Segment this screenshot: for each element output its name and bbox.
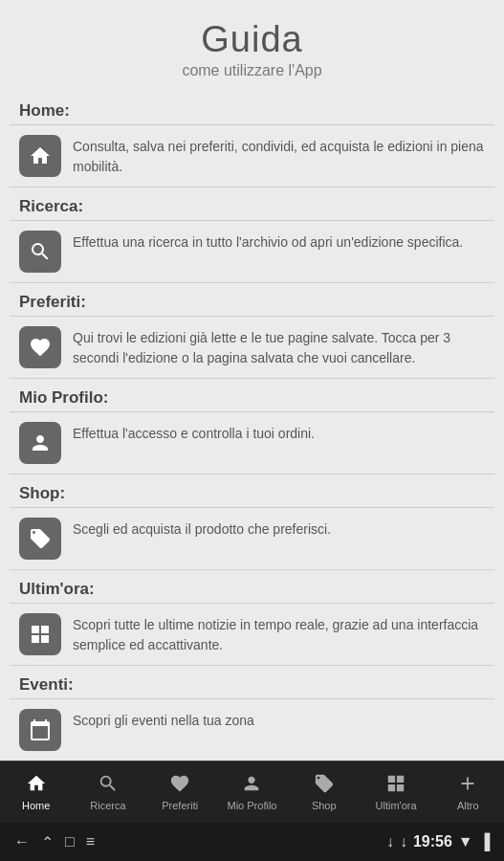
section-icon-shop bbox=[19, 518, 61, 560]
sections-container: Home: Consulta, salva nei preferiti, con… bbox=[0, 94, 504, 761]
nav-label-altro: Altro bbox=[457, 800, 479, 811]
section-header-shop: Shop: bbox=[10, 476, 494, 508]
nav-item-altro[interactable]: Altro bbox=[432, 762, 504, 823]
nav-item-home[interactable]: Home bbox=[0, 762, 72, 823]
home-sys-icon[interactable]: ⌃ bbox=[41, 833, 54, 851]
section-header-ricerca: Ricerca: bbox=[10, 189, 494, 221]
back-icon[interactable]: ← bbox=[14, 833, 30, 850]
main-content: Guida come utilizzare l'App Home: Consul… bbox=[0, 0, 504, 761]
section-shop: Shop: Scegli ed acquista il prodotto che… bbox=[10, 476, 494, 570]
section-text-shop: Scegli ed acquista il prodotto che prefe… bbox=[73, 518, 331, 540]
nav-item-mio-profilo[interactable]: Mio Profilo bbox=[216, 762, 288, 823]
nav-label-home: Home bbox=[22, 800, 50, 811]
section-icon-eventi bbox=[19, 709, 61, 751]
nav-label-preferiti: Preferiti bbox=[162, 800, 198, 811]
section-row-ricerca: Effettua una ricerca in tutto l'archivio… bbox=[10, 221, 494, 283]
section-header-ultim-ora: Ultim'ora: bbox=[10, 572, 494, 604]
section-row-home: Consulta, salva nei preferiti, condividi… bbox=[10, 125, 494, 188]
section-ricerca: Ricerca: Effettua una ricerca in tutto l… bbox=[10, 189, 494, 283]
section-icon-ultim-ora bbox=[19, 613, 61, 655]
page-subtitle: come utilizzare l'App bbox=[10, 62, 494, 79]
recents-icon[interactable]: □ bbox=[65, 833, 75, 850]
nav-icon-ultim-ora bbox=[385, 773, 406, 798]
nav-item-ultim-ora[interactable]: Ultim'ora bbox=[360, 762, 431, 823]
section-row-preferiti: Qui trovi le edizioni già lette e le tue… bbox=[10, 317, 494, 379]
section-icon-mio-profilo bbox=[19, 422, 61, 464]
nav-icon-mio-profilo bbox=[241, 773, 262, 798]
section-header-preferiti: Preferiti: bbox=[10, 285, 494, 317]
sys-left: ← ⌃ □ ≡ bbox=[14, 833, 95, 851]
menu-icon[interactable]: ≡ bbox=[86, 833, 95, 850]
nav-label-ricerca: Ricerca bbox=[90, 800, 125, 811]
nav-label-shop: Shop bbox=[312, 800, 337, 811]
nav-item-preferiti[interactable]: Preferiti bbox=[144, 762, 216, 823]
section-header-home: Home: bbox=[10, 94, 494, 125]
section-header-eventi: Eventi: bbox=[10, 668, 494, 699]
system-time: 19:56 bbox=[413, 833, 452, 850]
section-text-preferiti: Qui trovi le edizioni già lette e le tue… bbox=[73, 326, 485, 368]
wifi-icon: ▼ bbox=[458, 833, 473, 850]
download-icon: ↓ bbox=[386, 833, 394, 850]
nav-label-ultim-ora: Ultim'ora bbox=[376, 800, 417, 811]
section-ultim-ora: Ultim'ora: Scopri tutte le ultime notizi… bbox=[10, 572, 494, 666]
section-icon-ricerca bbox=[19, 231, 61, 273]
page-title: Guida bbox=[10, 19, 494, 60]
section-row-mio-profilo: Effettua l'accesso e controlla i tuoi or… bbox=[10, 412, 494, 475]
section-text-ultim-ora: Scopri tutte le ultime notizie in tempo … bbox=[73, 613, 485, 655]
section-row-eventi: Scopri gli eventi nella tua zona bbox=[10, 699, 494, 761]
section-eventi: Eventi: Scopri gli eventi nella tua zona bbox=[10, 668, 494, 761]
sys-right: ↓ ↓ 19:56 ▼ ▐ bbox=[386, 833, 490, 850]
nav-item-shop[interactable]: Shop bbox=[288, 762, 360, 823]
battery-icon: ▐ bbox=[479, 833, 490, 850]
section-text-home: Consulta, salva nei preferiti, condividi… bbox=[73, 135, 485, 177]
section-row-ultim-ora: Scopri tutte le ultime notizie in tempo … bbox=[10, 604, 494, 666]
download2-icon: ↓ bbox=[400, 833, 407, 850]
nav-icon-shop bbox=[314, 773, 335, 798]
section-text-mio-profilo: Effettua l'accesso e controlla i tuoi or… bbox=[73, 422, 315, 444]
nav-icon-ricerca bbox=[98, 773, 119, 798]
nav-icon-altro bbox=[457, 773, 478, 798]
section-text-eventi: Scopri gli eventi nella tua zona bbox=[73, 709, 254, 731]
section-text-ricerca: Effettua una ricerca in tutto l'archivio… bbox=[73, 231, 463, 253]
section-home: Home: Consulta, salva nei preferiti, con… bbox=[10, 94, 494, 188]
section-icon-home bbox=[19, 135, 61, 177]
nav-item-ricerca[interactable]: Ricerca bbox=[72, 762, 143, 823]
section-mio-profilo: Mio Profilo: Effettua l'accesso e contro… bbox=[10, 381, 494, 475]
section-header-mio-profilo: Mio Profilo: bbox=[10, 381, 494, 412]
system-bar: ← ⌃ □ ≡ ↓ ↓ 19:56 ▼ ▐ bbox=[0, 823, 504, 861]
section-row-shop: Scegli ed acquista il prodotto che prefe… bbox=[10, 508, 494, 570]
section-icon-preferiti bbox=[19, 326, 61, 368]
title-section: Guida come utilizzare l'App bbox=[0, 0, 504, 94]
nav-label-mio-profilo: Mio Profilo bbox=[228, 800, 277, 811]
nav-icon-home bbox=[26, 773, 47, 798]
section-preferiti: Preferiti: Qui trovi le edizioni già let… bbox=[10, 285, 494, 379]
nav-icon-preferiti bbox=[169, 773, 190, 798]
bottom-nav: Home Ricerca Preferiti Mio Profilo Shop … bbox=[0, 761, 504, 823]
